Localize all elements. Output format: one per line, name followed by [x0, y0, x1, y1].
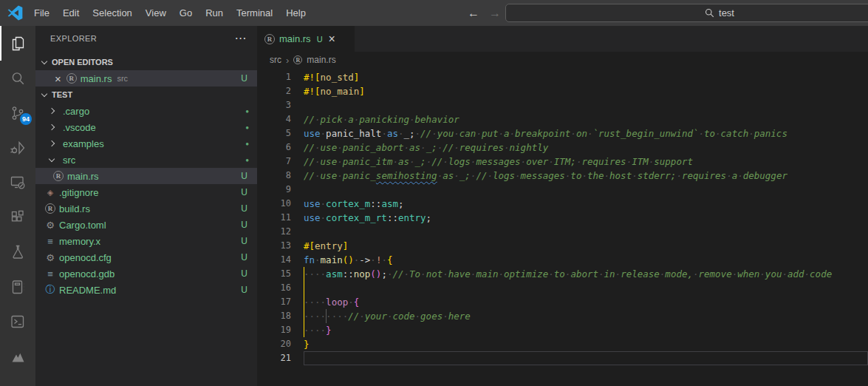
whitespace-dots: ·	[698, 128, 704, 139]
tree-item-README-md[interactable]: ⓘREADME.mdU	[35, 282, 257, 298]
close-icon[interactable]: ×	[329, 33, 335, 45]
open-editors-header[interactable]: OPEN EDITORS	[35, 54, 257, 70]
code-token: {	[354, 297, 360, 308]
line-number[interactable]: 6	[257, 140, 291, 155]
code-line-11[interactable]: 11use·cortex_m_rt::entry;	[257, 211, 868, 225]
menu-view[interactable]: View	[139, 7, 173, 18]
untracked-badge: U	[241, 236, 247, 246]
line-number[interactable]: 16	[257, 281, 291, 295]
tree-item-build-rs[interactable]: Rbuild.rsU	[35, 200, 257, 217]
activity-search[interactable]	[0, 61, 35, 95]
tree-item-examples[interactable]: examples●	[35, 135, 257, 152]
menu-run[interactable]: Run	[199, 7, 230, 18]
code-line-1[interactable]: 1#![no_std]	[257, 70, 868, 84]
code-line-21[interactable]: 21	[257, 351, 868, 365]
activity-terminal[interactable]	[0, 304, 35, 339]
line-number[interactable]: 17	[257, 295, 291, 309]
line-number[interactable]: 4	[257, 112, 291, 126]
explorer-sidebar: EXPLORER ⋯ OPEN EDITORS ×Rmain.rssrcU TE…	[35, 26, 257, 386]
tree-item--vscode[interactable]: .vscode●	[35, 119, 257, 135]
line-number[interactable]: 10	[257, 197, 291, 211]
line-number[interactable]: 14	[257, 253, 291, 267]
activity-run-debug[interactable]	[0, 130, 35, 165]
code-line-20[interactable]: 20}	[257, 337, 868, 351]
atlassian-icon	[9, 348, 27, 365]
menu-terminal[interactable]: Terminal	[230, 7, 279, 18]
line-number[interactable]: 19	[257, 323, 291, 337]
activity-explorer[interactable]	[0, 26, 35, 61]
line-content: //·use·panic_semihosting·as·_;·//·logs·m…	[304, 169, 868, 183]
code-line-7[interactable]: 7//·use·panic_itm·as·_;·//·logs·messages…	[257, 155, 868, 169]
line-number[interactable]: 11	[257, 211, 291, 225]
code-line-10[interactable]: 10use·cortex_m::asm;	[257, 197, 868, 211]
activity-source-control[interactable]: 94	[0, 95, 35, 130]
code-line-5[interactable]: 5use·panic_halt·as·_;·//·you·can·put·a·b…	[257, 126, 868, 140]
more-actions-icon[interactable]: ⋯	[235, 31, 247, 45]
tree-item--cargo[interactable]: .cargo●	[35, 103, 257, 119]
tree-item-openocd-cfg[interactable]: ⚙openocd.cfgU	[35, 249, 257, 265]
code-line-18[interactable]: 18········//·your·code·goes·here	[257, 309, 868, 323]
breadcrumb-file[interactable]: main.rs	[307, 55, 335, 65]
code-line-15[interactable]: 15····asm::nop();·//·To·not·have·main·op…	[257, 267, 868, 281]
code-line-12[interactable]: 12	[257, 225, 868, 239]
code-token: //·To·not·have·main·optimize·to·abort·in…	[392, 268, 832, 280]
line-number[interactable]: 9	[257, 183, 291, 197]
line-number[interactable]: 18	[257, 309, 291, 323]
activity-atlassian[interactable]	[0, 339, 35, 373]
menu-file[interactable]: File	[27, 7, 56, 18]
code-line-9[interactable]: 9	[257, 183, 868, 197]
activity-extensions[interactable]	[0, 200, 35, 234]
activity-testing[interactable]	[0, 234, 35, 269]
close-icon[interactable]: ×	[55, 73, 61, 84]
whitespace-dots: ·	[715, 128, 721, 139]
rust-file-icon: R	[45, 203, 55, 214]
back-arrow-icon[interactable]: ←	[468, 7, 479, 20]
tree-item-src[interactable]: src●	[35, 152, 257, 168]
code-line-6[interactable]: 6//·use·panic_abort·as·_;·//·requires·ni…	[257, 140, 868, 155]
code-token: ]	[343, 240, 349, 251]
line-number[interactable]: 7	[257, 155, 291, 169]
breadcrumb-folder[interactable]: src	[270, 55, 281, 65]
workspace-section-header[interactable]: TEST	[35, 87, 257, 103]
code-token: ::	[387, 212, 398, 223]
whitespace-dots: ·	[499, 268, 505, 280]
line-number[interactable]: 8	[257, 169, 291, 183]
code-line-2[interactable]: 2#![no_main]	[257, 84, 868, 98]
code-line-13[interactable]: 13#[entry]	[257, 239, 868, 253]
command-center-search[interactable]: test	[505, 4, 868, 22]
code-line-17[interactable]: 17····loop·{	[257, 295, 868, 309]
code-line-8[interactable]: 8//·use·panic_semihosting·as·_;·//·logs·…	[257, 169, 868, 183]
line-number[interactable]: 21	[257, 351, 291, 365]
code-line-16[interactable]: 16	[257, 281, 868, 295]
code-area[interactable]: 1#![no_std]2#![no_main]34//·pick·a·panic…	[257, 68, 868, 386]
code-line-4[interactable]: 4//·pick·a·panicking·behavior	[257, 112, 868, 126]
menu-go[interactable]: Go	[173, 7, 199, 18]
forward-arrow-icon[interactable]: →	[489, 7, 501, 20]
activity-remote-explorer[interactable]	[0, 165, 35, 200]
line-number[interactable]: 5	[257, 126, 291, 140]
tree-item-main-rs[interactable]: Rmain.rsU	[35, 168, 257, 184]
tree-item-memory-x[interactable]: ≡memory.xU	[35, 233, 257, 249]
line-number[interactable]: 3	[257, 98, 291, 112]
code-line-19[interactable]: 19····}	[257, 323, 868, 337]
menu-edit[interactable]: Edit	[56, 7, 86, 18]
line-number[interactable]: 1	[257, 70, 291, 84]
code-line-3[interactable]: 3	[257, 98, 868, 112]
tree-item--gitignore[interactable]: ◈.gitignoreU	[35, 184, 257, 200]
code-line-14[interactable]: 14fn·main()·->·!·{	[257, 253, 868, 267]
activity-notebook[interactable]	[0, 269, 35, 304]
line-number[interactable]: 15	[257, 267, 291, 281]
menu-help[interactable]: Help	[279, 7, 312, 18]
line-number[interactable]: 2	[257, 84, 291, 98]
menu-selection[interactable]: Selection	[86, 7, 138, 18]
line-number[interactable]: 12	[257, 225, 291, 239]
tree-item-Cargo-toml[interactable]: ⚙Cargo.tomlU	[35, 217, 257, 233]
line-number[interactable]: 20	[257, 337, 291, 351]
tab-main-rs[interactable]: R main.rs U ×	[257, 26, 355, 52]
chevron-right-icon	[49, 108, 55, 114]
file-label: README.md	[59, 285, 116, 296]
whitespace-dots: ·	[454, 128, 459, 139]
line-number[interactable]: 13	[257, 239, 291, 253]
tree-item-openocd-gdb[interactable]: ≡openocd.gdbU	[35, 265, 257, 282]
open-editor-item[interactable]: ×Rmain.rssrcU	[35, 70, 257, 87]
